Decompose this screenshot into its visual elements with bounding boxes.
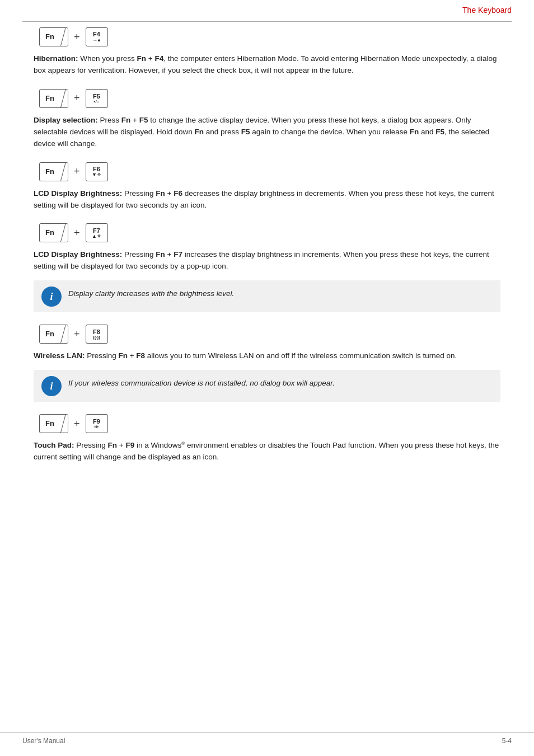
- fx-key-f9: F9 ▪/▪: [86, 414, 108, 433]
- fx-key-f7: F7 ▲✧: [86, 223, 108, 242]
- description-f4: Hibernation: When you press Fn + F4, the…: [34, 53, 500, 77]
- fx-key-f4: F4 →●: [86, 27, 108, 46]
- fx-key-f6: F6 ▼✧: [86, 162, 108, 181]
- section-fn-f8: Fn + F8 ((·)) Wireless LAN: Pressing Fn …: [34, 325, 500, 402]
- key-combo-f4: Fn + F4 →●: [39, 27, 500, 46]
- info-text-f8: If your wireless communication device is…: [68, 375, 335, 389]
- fn-key-f7: Fn: [39, 223, 68, 242]
- header-title: The Keyboard: [462, 6, 512, 15]
- plus-f5: +: [74, 92, 80, 104]
- plus-f6: +: [74, 166, 80, 177]
- description-f8: Wireless LAN: Pressing Fn + F8 allows yo…: [34, 350, 500, 362]
- section-fn-f9: Fn + F9 ▪/▪ Touch Pad: Pressing Fn + F9 …: [34, 414, 500, 463]
- section-fn-f5: Fn + F5 ▪/○ Display selection: Press Fn …: [34, 89, 500, 150]
- fx-key-f8: F8 ((·)): [86, 325, 108, 344]
- info-icon-f7: i: [41, 287, 62, 307]
- fn-key-f9: Fn: [39, 414, 68, 433]
- plus-f4: +: [74, 31, 80, 43]
- fn-key-f4: Fn: [39, 27, 68, 46]
- info-icon-f8: i: [41, 376, 62, 396]
- key-combo-f5: Fn + F5 ▪/○: [39, 89, 500, 108]
- description-f7: LCD Display Brightness: Pressing Fn + F7…: [34, 249, 500, 273]
- page-header: The Keyboard: [0, 0, 534, 15]
- main-content: Fn + F4 →● Hibernation: When you press F…: [0, 22, 534, 498]
- info-text-f7: Display clarity increases with the brigh…: [68, 286, 234, 299]
- description-f5: Display selection: Press Fn + F5 to chan…: [34, 115, 500, 150]
- fn-key-f8: Fn: [39, 325, 68, 344]
- plus-f7: +: [74, 227, 80, 239]
- key-combo-f7: Fn + F7 ▲✧: [39, 223, 500, 242]
- key-combo-f9: Fn + F9 ▪/▪: [39, 414, 500, 433]
- info-box-f7: i Display clarity increases with the bri…: [34, 280, 500, 312]
- description-f6: LCD Display Brightness: Pressing Fn + F6…: [34, 188, 500, 212]
- info-box-f8: i If your wireless communication device …: [34, 370, 500, 402]
- plus-f9: +: [74, 418, 80, 430]
- section-fn-f4: Fn + F4 →● Hibernation: When you press F…: [34, 27, 500, 77]
- section-fn-f6: Fn + F6 ▼✧ LCD Display Brightness: Press…: [34, 162, 500, 212]
- page-footer: User's Manual 5-4: [0, 732, 534, 745]
- section-fn-f7: Fn + F7 ▲✧ LCD Display Brightness: Press…: [34, 223, 500, 312]
- fn-key-f6: Fn: [39, 162, 68, 181]
- fx-key-f5: F5 ▪/○: [86, 89, 108, 108]
- description-f9: Touch Pad: Pressing Fn + F9 in a Windows…: [34, 440, 500, 463]
- footer-left: User's Manual: [22, 737, 65, 745]
- key-combo-f8: Fn + F8 ((·)): [39, 325, 500, 344]
- key-combo-f6: Fn + F6 ▼✧: [39, 162, 500, 181]
- fn-key-f5: Fn: [39, 89, 68, 108]
- footer-right: 5-4: [502, 737, 512, 745]
- plus-f8: +: [74, 328, 80, 340]
